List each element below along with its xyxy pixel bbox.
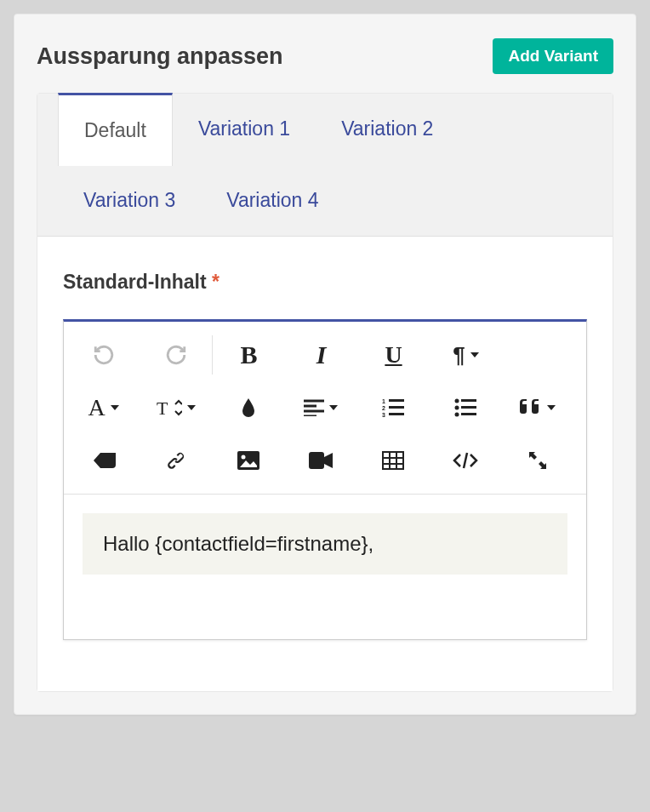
html-icon[interactable] [429,434,501,487]
svg-rect-15 [461,406,476,409]
video-icon[interactable] [284,434,356,487]
redo-icon[interactable] [140,329,212,381]
quote-icon[interactable] [501,381,573,434]
link-icon[interactable] [140,434,212,487]
required-marker: * [212,271,220,293]
tab-variation-2[interactable]: Variation 2 [316,94,459,165]
svg-line-25 [464,453,467,468]
tab-variation-1[interactable]: Variation 1 [173,94,316,165]
clear-formatting-icon[interactable] [67,434,140,487]
svg-point-13 [454,413,459,417]
bold-icon[interactable]: B [213,329,285,381]
ordered-list-icon[interactable]: 123 [356,381,429,434]
svg-rect-8 [389,399,404,402]
svg-rect-20 [383,452,403,469]
variant-tabs: Default Variation 1 Variation 2 Variatio… [37,94,613,237]
variant-tabs-container: Default Variation 1 Variation 2 Variatio… [37,93,613,692]
tab-default[interactable]: Default [58,93,173,166]
font-family-icon[interactable]: A [67,381,140,434]
svg-rect-14 [461,399,476,402]
italic-icon[interactable]: I [285,329,357,381]
unordered-list-icon[interactable] [429,381,501,434]
svg-rect-16 [461,413,476,415]
svg-point-18 [241,455,245,460]
image-icon[interactable] [212,434,284,487]
svg-text:T: T [157,397,168,418]
page-title: Aussparung anpassen [37,43,283,70]
content-field-label: Standard-Inhalt * [63,271,587,294]
table-icon[interactable] [356,434,429,487]
editor-toolbar: B I U ¶ [64,322,586,495]
svg-rect-9 [389,406,404,409]
editor-text[interactable]: Hallo {contactfield=firstname}, [83,513,567,575]
font-size-icon[interactable]: T [140,381,212,434]
underline-icon[interactable]: U [357,329,430,381]
svg-rect-10 [389,413,404,415]
rich-text-editor: B I U ¶ [63,319,587,640]
svg-text:1: 1 [382,398,385,404]
svg-text:2: 2 [382,405,385,411]
svg-text:3: 3 [382,412,385,417]
svg-point-11 [454,399,459,403]
svg-point-12 [454,406,459,410]
tab-variation-3[interactable]: Variation 3 [58,165,201,236]
add-variant-button[interactable]: Add Variant [493,38,613,74]
undo-icon[interactable] [67,329,140,381]
align-icon[interactable] [284,381,356,434]
tab-variation-4[interactable]: Variation 4 [201,165,344,236]
tab-content: Standard-Inhalt * B [37,237,613,691]
color-icon[interactable] [212,381,284,434]
fullscreen-icon[interactable] [501,434,573,487]
editor-content-area[interactable]: Hallo {contactfield=firstname}, [64,495,586,639]
paragraph-format-icon[interactable]: ¶ [430,329,502,381]
customize-slot-panel: Aussparung anpassen Add Variant Default … [14,14,636,715]
svg-rect-19 [309,452,324,469]
